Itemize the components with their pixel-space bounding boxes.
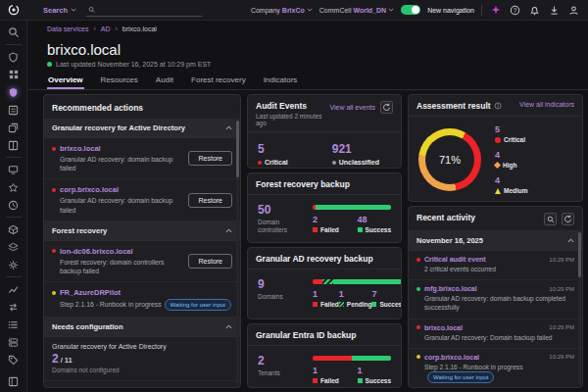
item-link[interactable]: lon-dc06.brixco.local: [60, 247, 133, 256]
breadcrumb-ad[interactable]: AD: [101, 25, 111, 32]
notifications-bell-icon[interactable]: [528, 4, 541, 17]
search-scope-dropdown[interactable]: Search: [43, 6, 76, 15]
recent-activity-panel: Recent activity November 16, 2025 Cr: [408, 206, 583, 388]
pending-count[interactable]: 1: [339, 289, 372, 299]
failed-count[interactable]: 2: [313, 215, 339, 224]
main-content: Recommended actions Granular recovery fo…: [27, 92, 588, 392]
breadcrumb-separator: ›: [115, 25, 117, 32]
scrollbar[interactable]: [578, 230, 581, 385]
high-count[interactable]: 4: [495, 150, 528, 160]
app-logo[interactable]: [0, 4, 27, 16]
tag-icon[interactable]: [8, 354, 20, 366]
restore-button[interactable]: Restore: [188, 193, 232, 208]
config-item: Real-time auditing 12 / 56 Domain contro…: [44, 381, 240, 388]
top-bar: Search Company BrixCo CommCell World_DN …: [0, 0, 588, 21]
success-label: Success: [379, 301, 402, 308]
shield-icon[interactable]: [8, 51, 20, 63]
forest-total-count[interactable]: 50: [258, 203, 303, 217]
waiting-for-user-input-badge: Waiting for user input: [165, 299, 231, 311]
help-icon[interactable]: ?: [509, 4, 521, 17]
item-link[interactable]: corp.brixco.local: [60, 185, 119, 194]
granular-ad-title: Granular AD recovery backup: [256, 254, 373, 264]
forest-failed-stat: 2 Failed: [313, 215, 339, 233]
unclassified-count[interactable]: 921: [332, 142, 379, 156]
ai-assistant-icon[interactable]: [489, 4, 502, 17]
activity-date-group[interactable]: November 16, 2025: [409, 231, 582, 251]
entra-id-backup-panel: Granular Entra ID backup 2 Tenants 1 Fai…: [247, 323, 402, 388]
medium-count[interactable]: 4: [495, 175, 528, 185]
audit-events-title: Audit Events: [256, 101, 329, 111]
gear-icon[interactable]: [8, 259, 20, 270]
activity-item: Critical audit event 10:29 PM 2 critical…: [409, 251, 582, 280]
star-icon[interactable]: [8, 181, 20, 193]
critical-count[interactable]: 5: [258, 142, 288, 156]
activity-link[interactable]: corp.brixco.local: [424, 354, 479, 361]
checklist-icon[interactable]: [8, 104, 20, 116]
layers-icon[interactable]: [8, 241, 20, 253]
clock-icon[interactable]: [8, 199, 20, 211]
commcell-selector[interactable]: CommCell World_DN: [319, 7, 394, 14]
item-link[interactable]: FR_AzureDRPilot: [60, 288, 121, 297]
activity-link[interactable]: Critical audit event: [424, 256, 486, 263]
section-needs-configuration[interactable]: Needs configuration: [44, 318, 240, 337]
account-icon[interactable]: [567, 4, 580, 17]
tab-indicators[interactable]: Indicators: [263, 72, 299, 89]
storage-box-icon[interactable]: [8, 223, 20, 235]
section-granular-recovery-ad[interactable]: Granular recovery for Active Directory: [44, 119, 240, 138]
success-count[interactable]: 1: [358, 366, 391, 375]
chart-icon[interactable]: [8, 283, 20, 295]
activity-item: mfg.brixco.local 10:29 PM Granular AD re…: [409, 280, 582, 318]
domains-total-count[interactable]: 9: [258, 277, 303, 291]
view-all-events-link[interactable]: View all events: [329, 104, 375, 111]
status-dot-critical: [52, 249, 56, 253]
scrollbar[interactable]: [236, 119, 239, 385]
search-scope-label: Search: [43, 6, 68, 15]
list-icon[interactable]: [8, 318, 20, 330]
tab-resources[interactable]: Resources: [100, 72, 139, 89]
search-icon[interactable]: [8, 26, 20, 38]
transfer-arrows-icon[interactable]: [8, 301, 20, 313]
success-count[interactable]: 48: [358, 215, 391, 224]
tab-audit[interactable]: Audit: [155, 72, 174, 89]
columns-icon[interactable]: [8, 139, 20, 151]
success-count[interactable]: 7: [371, 289, 402, 299]
download-icon[interactable]: [548, 4, 561, 17]
breadcrumb-data-services[interactable]: Data services: [47, 25, 88, 32]
search-input[interactable]: [99, 6, 200, 13]
tab-overview[interactable]: Overview: [47, 72, 84, 89]
monitor-icon[interactable]: [8, 164, 20, 175]
company-selector[interactable]: Company BrixCo: [251, 7, 313, 14]
data-services-icon-active[interactable]: [8, 86, 20, 98]
server-icon[interactable]: [8, 336, 20, 348]
forest-recovery-backup-panel: Forest recovery backup 50 Domain control…: [247, 172, 402, 243]
global-search[interactable]: [86, 4, 202, 17]
section-title: Granular recovery for Active Directory: [52, 123, 185, 132]
refresh-button[interactable]: [380, 101, 393, 114]
failed-count[interactable]: 1: [313, 289, 339, 299]
search-icon: [547, 216, 555, 223]
tenants-total-count[interactable]: 2: [258, 354, 303, 368]
restore-button[interactable]: Restore: [188, 254, 232, 269]
search-button[interactable]: [544, 213, 557, 225]
refresh-button[interactable]: [562, 213, 574, 225]
section-forest-recovery[interactable]: Forest recovery: [44, 221, 240, 241]
new-navigation-toggle[interactable]: [401, 5, 420, 15]
grid-apps-icon[interactable]: [8, 69, 20, 80]
copy-icon[interactable]: [8, 122, 20, 133]
failed-count[interactable]: 1: [313, 366, 339, 375]
tab-forest-recovery[interactable]: Forest recovery: [190, 72, 247, 89]
config-value[interactable]: 2: [52, 352, 59, 366]
restore-button[interactable]: Restore: [188, 151, 232, 166]
failed-label: Failed: [320, 226, 339, 233]
item-link[interactable]: brixco.local: [60, 144, 101, 153]
date-group-label: November 16, 2025: [416, 236, 483, 245]
bar-segment-pending: [322, 279, 332, 284]
view-all-indicators-link[interactable]: View all indicators: [519, 101, 574, 108]
activity-link[interactable]: mfg.brixco.local: [424, 285, 477, 292]
collapse-panel-icon[interactable]: [8, 375, 20, 387]
critical-count[interactable]: 5: [495, 124, 528, 134]
info-icon[interactable]: [494, 102, 502, 110]
unclassified-events-stat: 921 Unclassified: [332, 142, 379, 166]
commcell-value: World_DN: [353, 7, 386, 14]
activity-link[interactable]: brixco.local: [424, 324, 463, 331]
